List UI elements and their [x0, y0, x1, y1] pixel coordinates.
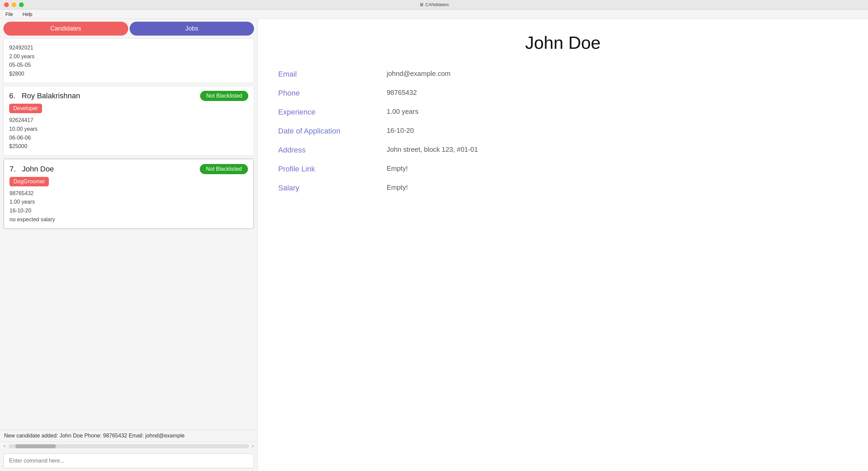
experience-7: 1.00 years: [9, 198, 248, 206]
value-experience: 1.00 years: [387, 108, 418, 116]
candidate-list: 92492021 2.00 years 05-05-05 $2800 6. Ro…: [0, 38, 257, 430]
scrollbar-track[interactable]: [8, 444, 249, 448]
profile-row-date: Date of Application 16-10-20: [278, 127, 848, 136]
window-controls: [4, 2, 24, 7]
blacklist-badge-7: Not Blacklisted: [200, 164, 248, 174]
value-profile-link: Empty!: [387, 165, 408, 172]
scroll-right-arrow[interactable]: >: [252, 444, 254, 449]
command-area: [0, 451, 257, 471]
partial-salary: $2800: [9, 69, 248, 78]
role-badge-7: DogGroomer: [9, 177, 49, 186]
phone-6: 92624417: [9, 116, 248, 125]
experience-6: 10.00 years: [9, 125, 248, 134]
card-header-7: 7. John Doe Not Blacklisted: [9, 164, 248, 174]
value-email: johnd@example.com: [387, 70, 450, 78]
profile-row-phone: Phone 98765432: [278, 89, 848, 98]
candidate-card-6[interactable]: 6. Roy Balakrishnan Not Blacklisted Deve…: [3, 86, 254, 156]
candidate-name-7: 7. John Doe: [9, 165, 54, 173]
label-experience: Experience: [278, 108, 373, 117]
label-email: Email: [278, 70, 373, 79]
minimize-button[interactable]: [12, 2, 16, 7]
scrollbar-thumb[interactable]: [15, 444, 56, 448]
label-phone: Phone: [278, 89, 373, 98]
profile-fields: Email johnd@example.com Phone 98765432 E…: [278, 70, 848, 192]
scroll-area: < >: [0, 442, 257, 451]
close-button[interactable]: [4, 2, 9, 7]
profile-name: John Doe: [278, 33, 848, 53]
profile-row-email: Email johnd@example.com: [278, 70, 848, 79]
value-date: 16-10-20: [387, 127, 414, 135]
profile-row-experience: Experience 1.00 years: [278, 108, 848, 117]
candidate-card-7[interactable]: 7. John Doe Not Blacklisted DogGroomer 9…: [3, 159, 254, 229]
status-bar: New candidate added: John Doe Phone: 987…: [0, 430, 257, 442]
blacklist-badge-6: Not Blacklisted: [200, 91, 248, 101]
right-panel: John Doe Email johnd@example.com Phone 9…: [258, 19, 868, 471]
partial-phone: 92492021: [9, 43, 248, 52]
tab-jobs[interactable]: Jobs: [130, 22, 254, 36]
main-container: Candidates Jobs 92492021 2.00 years 05-0…: [0, 19, 868, 471]
phone-7: 98765432: [9, 189, 248, 198]
partial-experience: 2.00 years: [9, 52, 248, 61]
menu-bar: File Help: [0, 9, 868, 19]
profile-row-profile-link: Profile Link Empty!: [278, 165, 848, 173]
value-salary: Empty!: [387, 184, 408, 191]
label-address: Address: [278, 146, 373, 155]
window-title: 🖥 CANdidates: [419, 2, 449, 7]
dob-7: 16-10-20: [9, 206, 248, 215]
label-date: Date of Application: [278, 127, 373, 136]
role-badge-6: Developer: [9, 104, 42, 113]
command-input[interactable]: [3, 453, 254, 468]
menu-file[interactable]: File: [3, 11, 15, 18]
menu-help[interactable]: Help: [21, 11, 35, 18]
title-icon: 🖥: [419, 2, 424, 7]
partial-candidate-card[interactable]: 92492021 2.00 years 05-05-05 $2800: [3, 38, 254, 83]
candidate-name-6: 6. Roy Balakrishnan: [9, 91, 80, 100]
tab-buttons: Candidates Jobs: [0, 19, 257, 38]
left-panel: Candidates Jobs 92492021 2.00 years 05-0…: [0, 19, 258, 471]
status-message: New candidate added: John Doe Phone: 987…: [4, 433, 185, 438]
partial-dob: 05-05-05: [9, 61, 248, 69]
title-bar: 🖥 CANdidates: [0, 0, 868, 9]
tab-candidates[interactable]: Candidates: [3, 22, 128, 36]
value-address: John street, block 123, #01-01: [387, 146, 478, 153]
profile-row-address: Address John street, block 123, #01-01: [278, 146, 848, 155]
dob-6: 06-06-06: [9, 134, 248, 142]
maximize-button[interactable]: [19, 2, 24, 7]
salary-6: $25000: [9, 142, 248, 151]
value-phone: 98765432: [387, 89, 417, 97]
label-profile-link: Profile Link: [278, 165, 373, 173]
scroll-left-arrow[interactable]: <: [3, 444, 6, 449]
card-header-6: 6. Roy Balakrishnan Not Blacklisted: [9, 91, 248, 101]
label-salary: Salary: [278, 184, 373, 192]
profile-row-salary: Salary Empty!: [278, 184, 848, 192]
salary-7: no expected salary: [9, 215, 248, 224]
